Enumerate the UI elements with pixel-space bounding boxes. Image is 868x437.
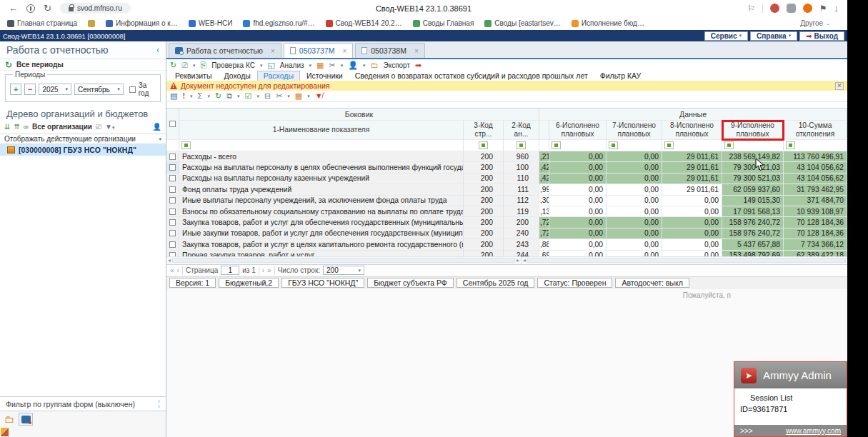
section-tab-Фильтр КАУ[interactable]: Фильтр КАУ xyxy=(594,71,647,81)
cell-code-an[interactable]: 119 xyxy=(504,206,539,217)
column-filter-button[interactable] xyxy=(479,141,488,149)
binoculars-icon[interactable]: ∞ xyxy=(24,124,29,131)
clear-filter-icon[interactable]: ▼̸ xyxy=(315,92,323,100)
address-bar[interactable]: svod.mfnso.ru xyxy=(60,3,131,14)
cell-col7[interactable]: 0,00 xyxy=(607,239,662,250)
cell-code-an[interactable]: 111 xyxy=(504,184,539,195)
cell-col8[interactable]: 29 011,61 xyxy=(662,184,722,195)
cell-col6[interactable]: 0,00 xyxy=(549,151,607,162)
cell-code-an[interactable]: 112 xyxy=(504,196,539,206)
close-tab-icon[interactable]: × xyxy=(271,47,275,55)
cell-code-str[interactable]: 200 xyxy=(464,239,504,250)
column-header-code-an[interactable]: 2-Код ан... xyxy=(504,121,539,140)
picture-icon[interactable]: ▦ xyxy=(316,61,324,69)
filter-funnel-icon[interactable]: ▼▾ xyxy=(105,124,114,131)
cell-col8[interactable]: 29 011,61 xyxy=(662,151,722,162)
bookmarks-more-button[interactable]: Другое⌄ xyxy=(800,19,840,27)
cell-col10[interactable]: 43 104 056,62 xyxy=(784,162,847,173)
cell-col7[interactable]: 0,00 xyxy=(607,162,662,173)
check-ks-icon[interactable]: ⎘ xyxy=(201,61,207,69)
cell-code-an[interactable]: 243 xyxy=(504,239,539,250)
cell-col6[interactable]: 0,00 xyxy=(549,174,607,184)
export-icon[interactable]: 🗀 xyxy=(370,61,378,69)
cell-col9[interactable]: 149 015,30 xyxy=(722,196,784,206)
cell-col9[interactable]: 62 059 937,60 xyxy=(722,184,784,195)
cell-col7[interactable]: 0,00 xyxy=(607,251,662,256)
bookmark-item[interactable]: Своды [eastartsev… xyxy=(484,19,560,27)
circled-icon[interactable] xyxy=(26,4,35,13)
row-checkbox-cell[interactable] xyxy=(166,251,179,256)
cell-code-str[interactable]: 200 xyxy=(464,251,504,256)
row-checkbox-cell[interactable] xyxy=(166,239,179,250)
bookmark-item[interactable] xyxy=(88,20,95,27)
print-doc-icon[interactable]: ⎚ xyxy=(181,61,188,69)
copy-icon[interactable]: ⧉ xyxy=(226,92,232,100)
year-select[interactable]: 2025▾ xyxy=(39,84,71,95)
cell-col7[interactable]: 0,00 xyxy=(607,184,662,195)
app-icon-button[interactable] xyxy=(19,413,33,426)
scroll-left-icon[interactable]: ◂ xyxy=(168,257,171,263)
cell-clipped-value[interactable]: ,42 xyxy=(539,162,549,173)
cell-clipped-value[interactable]: ,88 xyxy=(539,239,549,250)
cell-code-str[interactable]: 200 xyxy=(464,151,504,162)
cell-col8[interactable]: 0,00 xyxy=(662,228,722,239)
row-checkbox[interactable] xyxy=(169,252,176,256)
cell-col7[interactable]: 0,00 xyxy=(607,228,662,239)
ammyy-site-link[interactable]: www.ammyy.com xyxy=(786,427,841,435)
uncheck-all-icon[interactable]: ⊟ xyxy=(264,92,271,100)
column-filter-button[interactable] xyxy=(552,141,561,149)
user-info-icon[interactable]: 👤 xyxy=(153,124,161,131)
refresh-doc-icon[interactable]: ↻ xyxy=(170,61,176,69)
cell-col9[interactable]: 153 498 792,69 xyxy=(722,251,784,256)
row-checkbox-cell[interactable] xyxy=(166,174,179,184)
org-filter-select[interactable]: Отображать действующие организации▾ xyxy=(0,134,166,144)
extension-icon[interactable] xyxy=(770,4,779,13)
cell-col9[interactable]: 158 976 240,72 xyxy=(722,217,784,228)
tree-item-selected-org[interactable]: [030000008] ГБУЗ НСО "НОКНД" xyxy=(0,144,166,156)
add-period-button[interactable]: + xyxy=(10,84,21,95)
cell-col10[interactable]: 10 939 108,97 xyxy=(784,206,847,217)
sum-icon[interactable]: Σ xyxy=(198,92,203,100)
scroll-track-left[interactable] xyxy=(172,258,515,263)
cell-code-an[interactable]: 240 xyxy=(504,228,539,239)
exit-button[interactable]: ➡Выход xyxy=(799,31,844,41)
refresh-periods-icon[interactable]: ↻ xyxy=(5,61,12,69)
bookmark-item[interactable]: Информация о к… xyxy=(106,19,178,27)
cell-code-str[interactable]: 200 xyxy=(464,217,504,228)
section-tab-Источники[interactable]: Источники xyxy=(301,71,349,81)
bookmark-item[interactable]: Своды Главная xyxy=(413,19,474,27)
cell-name[interactable]: Расходы - всего xyxy=(179,151,464,162)
tools-icon[interactable]: ✂ xyxy=(329,61,335,69)
bookmark-item[interactable]: WEB-НСИ xyxy=(189,19,233,27)
cell-name[interactable]: Фонд оплаты труда учреждений xyxy=(179,184,464,195)
folder-icon[interactable]: 🗀 xyxy=(4,414,14,424)
row-checkbox[interactable] xyxy=(169,164,176,171)
column-filter-button[interactable] xyxy=(786,141,795,149)
cell-name[interactable]: Прочая закупка товаров, работ и услуг xyxy=(179,251,464,256)
refresh-grid-icon[interactable]: ↻ xyxy=(215,92,221,100)
cell-col10[interactable]: 62 389 422,18 xyxy=(784,251,847,256)
cell-name[interactable]: Иные закупки товаров, работ и услуг для … xyxy=(179,228,464,239)
user-actions-icon[interactable]: 👤 xyxy=(348,61,358,69)
section-tab-Реквизиты[interactable]: Реквизиты xyxy=(169,71,217,81)
cell-col7[interactable]: 0,00 xyxy=(607,174,662,184)
cell-name[interactable]: Расходы на выплаты персоналу в целях обе… xyxy=(179,162,464,173)
column-header-10[interactable]: 10-Сумма отклонения xyxy=(784,121,847,140)
last-page-icon[interactable]: » xyxy=(267,266,271,274)
next-page-icon[interactable]: › xyxy=(262,266,264,274)
cell-col6[interactable]: 0,00 xyxy=(549,251,607,256)
select-all-header[interactable] xyxy=(166,109,179,140)
cell-col8[interactable]: 29 011,61 xyxy=(662,174,722,184)
tab-0503738М[interactable]: 0503738М× xyxy=(355,43,424,58)
row-checkbox[interactable] xyxy=(169,197,176,204)
cell-name[interactable]: Иные выплаты персоналу учреждений, за ис… xyxy=(179,196,464,206)
ammyy-expand-arrows[interactable]: >>> xyxy=(740,427,753,435)
collapse-sidebar-icon[interactable]: ‹ xyxy=(156,45,159,55)
cell-clipped-value[interactable]: ,72 xyxy=(539,228,549,239)
cell-col9[interactable]: 17 091 568,13 xyxy=(722,206,784,217)
grid-settings-icon[interactable]: ▤ xyxy=(170,92,177,100)
cell-col6[interactable]: 0,00 xyxy=(549,184,607,195)
export-label[interactable]: Экспорт xyxy=(383,61,410,69)
cell-col10[interactable]: 371 484,70 xyxy=(784,196,847,206)
check-ks-label[interactable]: Проверка КС xyxy=(211,61,255,69)
